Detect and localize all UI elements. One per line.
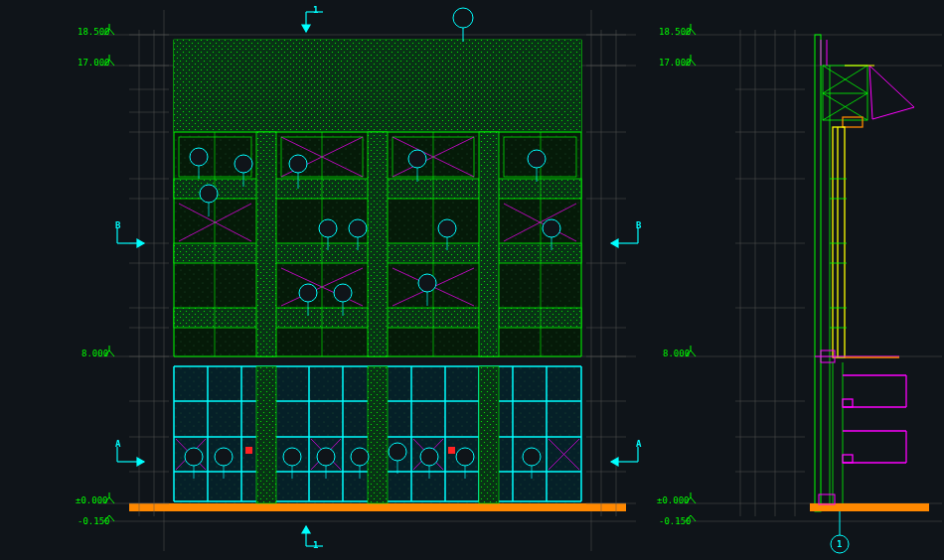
upper-green-grid [174,40,581,132]
curtain-wall-section [833,127,845,357]
svg-rect-214 [843,117,863,127]
svg-point-122 [283,448,301,466]
svg-point-64 [408,150,426,168]
svg-point-127 [456,448,474,466]
section-marker-A-right [611,447,638,466]
svg-rect-204 [815,35,821,511]
svg-point-128 [523,448,541,466]
label-level-17000: 17.000 [78,58,110,68]
section-marker-A-left [117,447,144,466]
level-18500 [97,24,636,35]
mid-green-section [174,132,581,356]
svg-point-62 [235,155,252,173]
svg-point-69 [438,219,456,237]
svg-point-72 [334,284,352,302]
svg-point-171 [453,8,473,28]
cad-drawing-canvas [0,0,944,560]
dim-ticks-left [129,30,169,516]
balcony-1 [843,375,906,407]
svg-point-124 [351,448,369,466]
level-neg150 [97,515,636,521]
section-marker-B-right [611,228,638,247]
svg-point-63 [289,155,307,173]
marker-1-top-label: 1 [313,5,318,15]
svg-point-123 [317,448,335,466]
svg-rect-232 [843,399,853,407]
svg-rect-216 [833,127,845,357]
label-sec-18500: 18.500 [659,27,692,37]
balcony-2 [843,431,906,463]
section-view [676,24,942,553]
svg-rect-40 [479,132,499,356]
label-level-8000: 8.000 [81,349,108,358]
marker-B-left-label: B [115,220,120,230]
svg-rect-119 [448,447,455,454]
marker-A-right-label: A [636,439,641,449]
section-marker-1-top [302,12,323,32]
svg-point-121 [215,448,233,466]
svg-rect-109 [479,366,499,503]
section-marker-B-left [117,228,144,247]
label-sec-17000: 17.000 [659,58,692,68]
lower-cyan-section [174,366,581,503]
grid-bubble-label: 1 [837,539,842,549]
svg-point-70 [543,219,560,237]
svg-point-68 [349,219,367,237]
svg-point-65 [528,150,546,168]
svg-point-126 [420,448,438,466]
svg-point-67 [319,219,337,237]
label-sec-neg: -0.150 [659,516,692,526]
ground-strip [129,503,626,511]
marker-B-right-label: B [636,220,641,230]
svg-point-73 [418,274,436,292]
svg-rect-236 [843,455,853,463]
label-sec-0: ±0.000 [657,495,690,505]
svg-rect-107 [256,366,276,503]
label-sec-8000: 8.000 [663,349,690,358]
svg-point-125 [389,443,406,461]
svg-rect-108 [368,366,388,503]
svg-rect-38 [256,132,276,356]
label-level-neg: -0.150 [78,516,110,526]
svg-rect-39 [368,132,388,356]
svg-point-71 [299,284,317,302]
svg-point-120 [185,448,203,466]
label-level-18500: 18.500 [78,27,110,37]
label-level-0: ±0.000 [76,495,108,505]
marker-1-bottom-label: 1 [313,540,318,550]
svg-point-61 [190,148,208,166]
svg-point-66 [200,185,218,203]
top-circle-callout [453,8,473,42]
marker-A-left-label: A [115,439,120,449]
svg-rect-118 [245,447,252,454]
dim-ticks-right [586,30,626,516]
elevation-view [97,8,638,551]
svg-rect-28 [174,40,581,132]
